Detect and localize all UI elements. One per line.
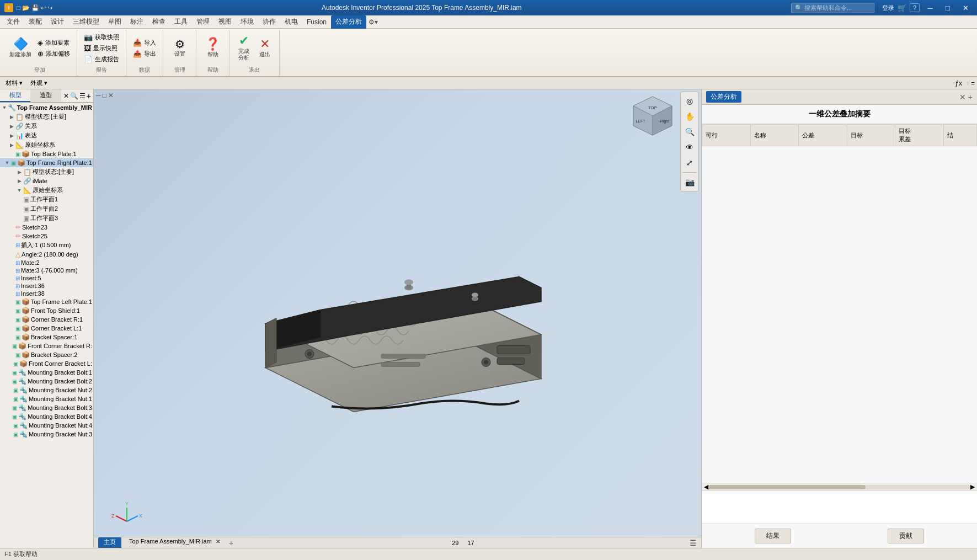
- tree-node-insert5[interactable]: ⊞ Insert:5: [0, 274, 93, 282]
- tree-node-angle2[interactable]: △ Angle:2 (180.00 deg): [0, 250, 93, 259]
- tree-node-workplane2[interactable]: ▣ 工作平面2: [0, 204, 93, 214]
- menu-design[interactable]: 设计: [46, 15, 68, 29]
- tree-node-insert38[interactable]: ⊞ Insert:38: [0, 290, 93, 297]
- rp-close-button[interactable]: ✕: [959, 93, 966, 102]
- menu-3dmodel[interactable]: 三维模型: [68, 15, 104, 29]
- tree-node-root[interactable]: ▼ 🔧 Top Frame Assembly_MIR: [0, 103, 93, 112]
- tree-node-mb-nut1[interactable]: ▣ 🔩 Mounting Bracket Nut:1: [0, 394, 93, 403]
- tree-node-workplane1[interactable]: ▣ 工作平面1: [0, 195, 93, 204]
- contributions-button[interactable]: 贡献: [888, 529, 924, 543]
- scroll-right-arrow[interactable]: ▶: [970, 483, 975, 490]
- menu-env[interactable]: 环境: [236, 15, 258, 29]
- search-input[interactable]: [804, 4, 871, 11]
- menu-sketch[interactable]: 草图: [104, 15, 126, 29]
- rp-tab-tolerance[interactable]: 公差分析: [706, 91, 741, 103]
- panel-menu-icon[interactable]: ☰: [79, 92, 86, 100]
- exit-button[interactable]: ✕ 退出: [255, 36, 275, 60]
- tree-node-imate[interactable]: ▶ 🔗 iMate: [0, 177, 93, 185]
- menu-file[interactable]: 文件: [2, 15, 24, 29]
- rp-horizontal-scrollbar[interactable]: ◀ ▶: [702, 483, 977, 490]
- vp-hamburger[interactable]: ☰: [690, 538, 697, 547]
- viewport-restore-button[interactable]: □: [103, 92, 106, 99]
- tree-node-mate2[interactable]: ⊞ Mate:2: [0, 259, 93, 266]
- tree-node-rp-origin[interactable]: ▼ 📐 原始坐标系: [0, 185, 93, 195]
- tree-node-model-state[interactable]: ▶ 📋 模型状态:[主要]: [0, 112, 93, 121]
- tree-node-front-shield[interactable]: ▣ 📦 Front Top Shield:1: [0, 306, 93, 315]
- tree-node-bracket-spacer2[interactable]: ▣ 📦 Bracket Spacer:2: [0, 350, 93, 359]
- close-button[interactable]: ✕: [958, 2, 973, 13]
- menu-annotation[interactable]: 标注: [126, 15, 148, 29]
- tree-node-corner-r[interactable]: ▣ 📦 Corner Bracket R:1: [0, 315, 93, 324]
- menu-mech[interactable]: 机电: [280, 15, 302, 29]
- menu-view[interactable]: 视图: [214, 15, 236, 29]
- cart-icon[interactable]: 🛒: [898, 4, 906, 12]
- tree-node-mb-bolt2[interactable]: ▣ 🔩 Mounting Bracket Bolt:2: [0, 377, 93, 386]
- rp-add-button[interactable]: +: [968, 93, 973, 102]
- menu-manage[interactable]: 管理: [192, 15, 214, 29]
- import-button[interactable]: 📥 导入: [131, 38, 158, 48]
- tree-node-mb-bolt4[interactable]: ▣ 🔩 Mounting Bracket Bolt:4: [0, 412, 93, 421]
- look-at-button[interactable]: 👁: [682, 140, 697, 154]
- vp-tab-add[interactable]: +: [226, 537, 237, 548]
- panel-search-icon[interactable]: 🔍: [70, 92, 78, 100]
- material-dropdown[interactable]: 材料 ▾: [2, 78, 26, 88]
- new-add-button[interactable]: 🔷 新建添加: [7, 36, 34, 60]
- scrollbar-track[interactable]: [708, 485, 970, 489]
- login-button[interactable]: 登录: [882, 4, 894, 12]
- tree-node-insert1[interactable]: ⊞ 插入:1 (0.500 mm): [0, 241, 93, 250]
- tree-node-mb-nut2[interactable]: ▣ 🔩 Mounting Bracket Nut:2: [0, 386, 93, 394]
- tab-shape[interactable]: 造型: [30, 89, 61, 102]
- tab-model[interactable]: 模型: [0, 89, 30, 102]
- menu-collab[interactable]: 协作: [258, 15, 280, 29]
- settings-button[interactable]: ⚙ 设置: [170, 37, 190, 59]
- tree-node-workplane3[interactable]: ▣ 工作平面3: [0, 214, 93, 223]
- tree-node-mb-bolt1[interactable]: ▣ 🔩 Mounting Bracket Bolt:1: [0, 368, 93, 377]
- add-offset-button[interactable]: ⊕ 添加偏移: [35, 49, 72, 59]
- tree-node-back-plate[interactable]: ▣ 📦 Top Back Plate:1: [0, 150, 93, 158]
- finish-analysis-button[interactable]: ✔ 完成分析: [234, 33, 254, 63]
- tree-node-insert36[interactable]: ⊞ Insert:36: [0, 282, 93, 290]
- tab-options[interactable]: ⚙▾: [369, 18, 378, 26]
- get-snapshot-button[interactable]: 📷 获取快照: [82, 32, 121, 42]
- viewport-resize-handle[interactable]: [699, 89, 701, 548]
- minimize-button[interactable]: ─: [923, 2, 937, 13]
- menu-inspect[interactable]: 检查: [148, 15, 170, 29]
- help-button[interactable]: ❓ 帮助: [202, 36, 223, 60]
- scrollbar-thumb[interactable]: [708, 485, 866, 489]
- tree-node-mb-nut3[interactable]: ▣ 🔩 Mounting Bracket Nut:3: [0, 430, 93, 439]
- zoom-button[interactable]: 🔍: [682, 125, 697, 139]
- vp-tab-main[interactable]: 主页: [98, 537, 121, 548]
- vp-tab-close[interactable]: ✕: [216, 538, 220, 545]
- menu-assembly[interactable]: 装配: [24, 15, 46, 29]
- viewport[interactable]: TOP LEFT Right: [94, 89, 701, 548]
- maximize-button[interactable]: □: [941, 2, 955, 13]
- results-button[interactable]: 结果: [755, 529, 791, 543]
- scroll-left-arrow[interactable]: ◀: [704, 483, 708, 490]
- tree-node-relation[interactable]: ▶ 🔗 关系: [0, 121, 93, 131]
- tree-node-rp-model-state[interactable]: ▶ 📋 模型状态:[主要]: [0, 167, 93, 177]
- menu-tolerance[interactable]: 公差分析: [331, 15, 366, 29]
- tree-node-express[interactable]: ▶ 📊 表达: [0, 131, 93, 140]
- gen-report-button[interactable]: 📄 生成报告: [82, 54, 121, 65]
- panel-close-button[interactable]: ✕: [63, 92, 69, 100]
- tree-node-left-plate[interactable]: ▣ 📦 Top Frame Left Plate:1: [0, 297, 93, 306]
- add-element-button[interactable]: ◈ 添加要素: [35, 38, 72, 48]
- viewport-minimize-button[interactable]: ─: [96, 92, 101, 99]
- tree-node-mb-bolt3[interactable]: ▣ 🔩 Mounting Bracket Bolt:3: [0, 403, 93, 412]
- menu-fusion[interactable]: Fusion: [302, 15, 331, 29]
- tree-node-right-plate[interactable]: ▼ ▣ 📦 Top Frame Right Plate:1: [0, 158, 93, 167]
- show-snapshot-button[interactable]: 🖼 显示快照: [82, 43, 121, 54]
- tree-container[interactable]: ▼ 🔧 Top Frame Assembly_MIR ▶ 📋 模型状态:[主要]…: [0, 103, 93, 548]
- export-button[interactable]: 📤 导出: [131, 49, 158, 59]
- viewport-close-button[interactable]: ✕: [108, 92, 114, 99]
- tree-node-bracket-spacer1[interactable]: ▣ 📦 Bracket Spacer:1: [0, 333, 93, 342]
- tree-node-sketch23[interactable]: ✏ Sketch23: [0, 223, 93, 232]
- nav-cube[interactable]: TOP LEFT Right: [631, 94, 675, 138]
- tree-node-front-corner-r[interactable]: ▣ 📦 Front Corner Bracket R:: [0, 342, 93, 350]
- pan-button[interactable]: ✋: [682, 109, 697, 124]
- orbit-button[interactable]: ◎: [682, 94, 697, 108]
- help-button[interactable]: ?: [910, 3, 920, 12]
- tree-node-origin[interactable]: ▶ 📐 原始坐标系: [0, 140, 93, 150]
- vp-tab-file[interactable]: Top Frame Assembly_MIR.iam ✕: [124, 537, 226, 548]
- tree-node-mate3[interactable]: ⊞ Mate:3 (-76.000 mm): [0, 266, 93, 274]
